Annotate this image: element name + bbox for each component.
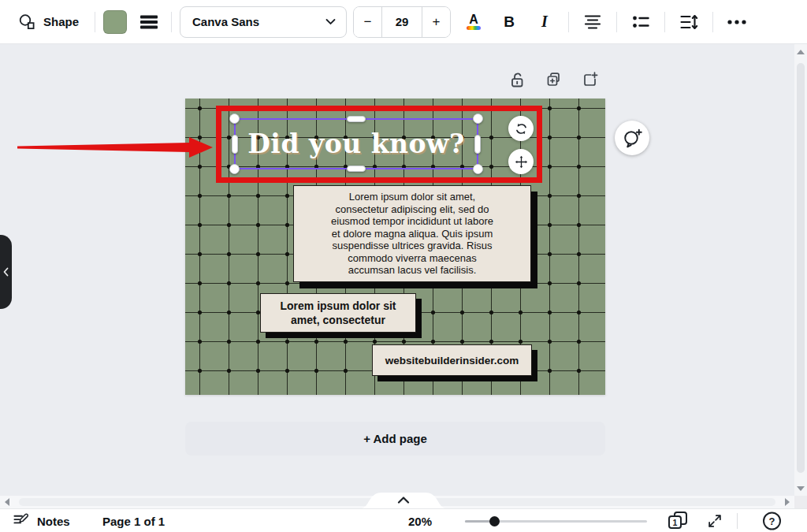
add-page-button[interactable]: + Add page [185,422,605,456]
text-color-button[interactable]: A [459,8,488,36]
font-size-stepper: − 29 + [353,6,451,38]
help-button[interactable]: ? [763,512,781,530]
font-size-increase-button[interactable]: + [422,7,450,37]
selection-handle-bottom-left[interactable] [229,164,240,174]
vertical-scrollbar-thumb[interactable] [797,63,805,473]
shape-icon [17,13,36,32]
divider [95,12,95,32]
fullscreen-button[interactable] [706,512,723,530]
font-size-decrease-button[interactable]: − [354,7,381,37]
divider [712,12,713,32]
unlock-icon [508,71,526,89]
scroll-down-arrow-icon[interactable] [797,486,805,491]
selection-handle-bottom[interactable] [347,166,366,172]
canvas-area: Did you know? Lorem ipsum dolor sit amet… [0,44,807,508]
comment-plus-icon [622,128,642,148]
divider [737,513,738,529]
shape-label: Shape [43,15,79,28]
vertical-scrollbar[interactable] [794,44,807,496]
page-actions [508,70,599,89]
move-button[interactable] [508,149,534,174]
shape-tool-button[interactable]: Shape [9,6,87,38]
format-group: A B I [459,8,751,36]
design-paragraph-card[interactable]: Lorem ipsum dolor sit amet, consectetur … [293,185,531,282]
chevron-down-icon [325,18,336,25]
selection-handle-top[interactable] [347,116,366,122]
line-spacing-icon [679,13,698,31]
font-size-value[interactable]: 29 [381,7,422,37]
bold-button[interactable]: B [495,8,523,36]
selection-handle-top-left[interactable] [229,113,240,124]
notes-button[interactable]: Notes [12,512,70,530]
selection-handle-bottom-right[interactable] [473,164,483,174]
status-bar: Notes Page 1 of 1 20% 1 [0,508,807,532]
selection-box[interactable] [234,118,478,169]
page-stack-icon: 1 [668,512,689,530]
notes-icon [12,512,30,530]
add-comment-button[interactable] [615,121,649,155]
rainbow-bar-icon [467,26,481,30]
ellipsis-icon [727,19,747,25]
italic-button[interactable]: I [530,8,559,36]
collapse-panel-tab[interactable] [0,235,12,309]
duplicate-icon [545,71,563,89]
selection-handle-left[interactable] [232,135,238,154]
scroll-right-arrow-icon[interactable] [785,498,790,506]
page-indicator: Page 1 of 1 [102,514,165,527]
rotate-icon [515,122,528,136]
align-center-icon [583,13,602,32]
selection-handle-right[interactable] [474,135,481,154]
design-caption-card[interactable]: Lorem ipsum dolor sit amet, consectetur [260,293,416,333]
fullscreen-icon [706,512,723,530]
scroll-up-arrow-icon[interactable] [797,50,805,54]
scroll-left-arrow-icon[interactable] [5,498,9,506]
notes-label: Notes [37,514,70,527]
font-family-value: Canva Sans [192,15,259,28]
divider [664,12,665,32]
zoom-percent[interactable]: 20% [408,514,432,527]
toolbar: Shape Canva Sans − 29 [0,0,807,44]
divider [616,12,617,32]
stroke-style-icon [139,14,158,30]
scrollbar-corner [794,496,807,508]
move-icon [515,155,528,169]
zoom-slider[interactable] [465,515,647,526]
canva-editor: Shape Canva Sans − 29 [0,0,807,532]
bulleted-list-button[interactable] [627,8,655,36]
rotate-button[interactable] [508,116,534,141]
zoom-slider-thumb[interactable] [489,516,500,526]
divider [171,12,172,32]
more-options-button[interactable] [723,8,751,36]
text-align-button[interactable] [578,8,607,36]
chevron-left-icon [3,267,9,277]
grid-view-button[interactable]: 1 [668,512,689,530]
duplicate-page-button[interactable] [544,70,563,89]
lock-button[interactable] [508,70,526,89]
bulleted-list-icon [631,13,650,31]
selection-handle-top-right[interactable] [473,113,483,124]
expand-tab-shape [360,492,447,508]
design-website-card[interactable]: websitebuilderinsider.com [372,344,532,376]
fill-color-swatch[interactable] [103,10,127,34]
add-page-icon [581,71,599,89]
add-page-icon-button[interactable] [580,70,599,89]
page-stack-badge: 1 [668,515,682,529]
divider [568,12,569,32]
font-family-selector[interactable]: Canva Sans [180,6,347,38]
line-spacing-button[interactable] [675,8,703,36]
text-color-icon: A [469,13,478,25]
expand-panel-tab[interactable] [360,492,447,508]
stroke-style-button[interactable] [135,8,163,36]
